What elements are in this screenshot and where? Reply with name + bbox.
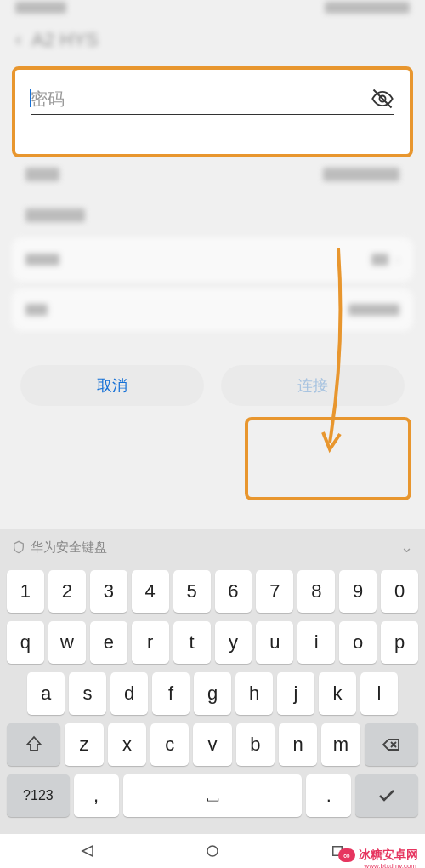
key-k[interactable]: k (319, 672, 356, 715)
keyboard-header: 华为安全键盘 ⌄ (0, 529, 425, 565)
key-9[interactable]: 9 (339, 570, 377, 613)
keyboard-row-asdf: a s d f g h j k l (3, 672, 422, 715)
watermark: ∞ 冰糖安卓网 (338, 848, 418, 863)
key-t[interactable]: t (173, 621, 211, 664)
key-s[interactable]: s (69, 672, 106, 715)
page-title: A2 HYS (31, 29, 98, 51)
key-5[interactable]: 5 (173, 570, 211, 613)
key-p[interactable]: p (381, 621, 418, 664)
keyboard-row-qwerty: q w e r t y u i o p (3, 621, 422, 664)
key-g[interactable]: g (194, 672, 231, 715)
keyboard-row-numbers: 1 2 3 4 5 6 7 8 9 0 (3, 570, 422, 613)
keyboard-row-zxcv: z x c v b n m (3, 723, 422, 766)
shield-icon (12, 540, 26, 554)
key-a[interactable]: a (27, 672, 65, 715)
blurred-row (12, 190, 413, 231)
key-m[interactable]: m (321, 723, 360, 766)
key-w[interactable]: w (48, 621, 86, 664)
key-x[interactable]: x (108, 723, 146, 766)
password-field-highlight: 密码 (12, 66, 413, 157)
key-enter[interactable] (355, 774, 418, 817)
key-8[interactable]: 8 (298, 570, 335, 613)
keyboard: 华为安全键盘 ⌄ 1 2 3 4 5 6 7 8 9 0 q w e r t y… (0, 529, 425, 834)
option-card[interactable]: › (12, 237, 413, 282)
status-bar (0, 0, 425, 20)
keyboard-collapse-icon[interactable]: ⌄ (400, 538, 413, 557)
watermark-brand: 冰糖安卓网 (359, 848, 418, 863)
key-c[interactable]: c (150, 723, 189, 766)
eye-off-icon[interactable] (371, 87, 394, 111)
password-placeholder: 密码 (31, 88, 371, 111)
blurred-row (12, 157, 413, 190)
key-backspace[interactable] (365, 723, 418, 766)
keyboard-label: 华为安全键盘 (31, 540, 107, 556)
key-o[interactable]: o (339, 621, 377, 664)
connect-button[interactable]: 连接 (221, 365, 405, 406)
key-b[interactable]: b (236, 723, 275, 766)
key-4[interactable]: 4 (132, 570, 169, 613)
key-i[interactable]: i (298, 621, 335, 664)
watermark-badge-icon: ∞ (338, 848, 355, 862)
key-7[interactable]: 7 (256, 570, 293, 613)
key-y[interactable]: y (215, 621, 252, 664)
key-3[interactable]: 3 (90, 570, 128, 613)
key-z[interactable]: z (65, 723, 103, 766)
back-icon[interactable]: ‹ (15, 29, 21, 51)
key-l[interactable]: l (360, 672, 398, 715)
backspace-icon (381, 734, 401, 755)
key-e[interactable]: e (90, 621, 128, 664)
key-period[interactable]: . (306, 774, 351, 817)
check-icon (377, 785, 397, 806)
connect-button-highlight (245, 417, 411, 500)
key-q[interactable]: q (7, 621, 44, 664)
key-v[interactable]: v (193, 723, 231, 766)
key-shift[interactable] (7, 723, 60, 766)
key-h[interactable]: h (235, 672, 273, 715)
cancel-button[interactable]: 取消 (20, 365, 204, 406)
header: ‹ A2 HYS (0, 20, 425, 54)
option-card[interactable] (12, 288, 413, 331)
nav-home-icon[interactable] (205, 843, 220, 859)
svg-point-2 (207, 846, 218, 856)
watermark-url: www.btxdmy.com (364, 862, 416, 868)
key-space[interactable]: ⎵ (123, 774, 303, 817)
key-j[interactable]: j (277, 672, 314, 715)
key-1[interactable]: 1 (7, 570, 44, 613)
password-input[interactable]: 密码 (31, 87, 394, 115)
key-symbols[interactable]: ?123 (7, 774, 70, 817)
keyboard-row-bottom: ?123 , ⎵ . (3, 774, 422, 817)
chevron-right-icon: › (395, 253, 400, 266)
key-n[interactable]: n (279, 723, 317, 766)
key-f[interactable]: f (152, 672, 190, 715)
nav-back-icon[interactable] (80, 843, 95, 859)
key-u[interactable]: u (256, 621, 293, 664)
key-d[interactable]: d (110, 672, 148, 715)
key-r[interactable]: r (132, 621, 169, 664)
key-comma[interactable]: , (74, 774, 119, 817)
shift-icon (24, 734, 44, 755)
key-2[interactable]: 2 (48, 570, 86, 613)
key-0[interactable]: 0 (381, 570, 418, 613)
key-6[interactable]: 6 (215, 570, 252, 613)
